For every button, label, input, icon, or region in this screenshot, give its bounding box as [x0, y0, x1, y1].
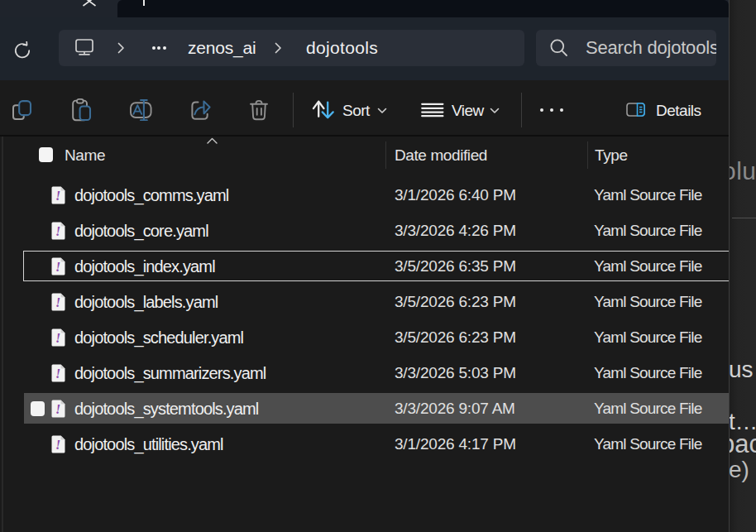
svg-text:!: !	[55, 402, 60, 416]
svg-text:!: !	[55, 438, 60, 452]
svg-text:!: !	[55, 295, 60, 309]
svg-text:!: !	[55, 224, 60, 238]
svg-text:!: !	[55, 367, 60, 381]
svg-text:!: !	[55, 189, 60, 203]
svg-text:!: !	[55, 260, 60, 274]
svg-text:!: !	[55, 331, 60, 345]
